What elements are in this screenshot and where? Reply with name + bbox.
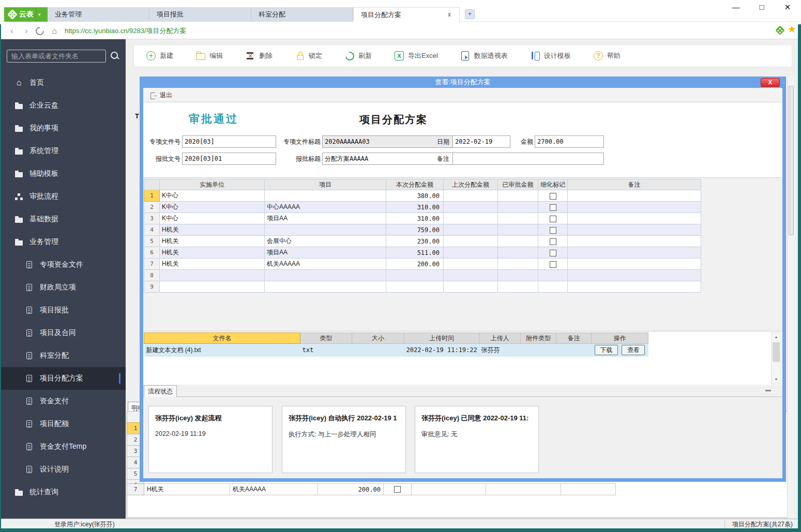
form-doc-icon — [25, 420, 34, 428]
sidebar-item-cloud-disk[interactable]: 企业云盘 — [1, 94, 126, 117]
table-row[interactable]: 4 H机关 759.00 — [144, 224, 701, 236]
checkbox[interactable] — [550, 193, 556, 200]
sidebar-item-fund-payment-temp[interactable]: 资金支付Temp — [1, 435, 126, 458]
refine-flag-cell — [538, 247, 568, 259]
attachment-scrollbar-thumb[interactable] — [773, 342, 780, 362]
form-doc-icon — [25, 261, 34, 268]
toolbar-button-design-template[interactable]: 设计模板 — [531, 51, 571, 60]
collapse-icon[interactable] — [765, 390, 771, 391]
page-scrollbar[interactable] — [787, 77, 795, 519]
approval-no-field[interactable] — [182, 153, 276, 165]
sidebar-item-approval-flow[interactable]: 审批流程 — [1, 185, 126, 208]
tab-project-approval[interactable]: 项目报批 — [149, 7, 251, 22]
toolbar-button-delete[interactable]: 删除 — [246, 51, 273, 60]
attachment-table: 文件名 类型 大小 上传时间 上传人 附件类型 备注 操作 新建文本文档 (4)… — [144, 332, 648, 357]
sidebar-item-special-fund-files[interactable]: 专项资金文件 — [1, 253, 126, 276]
view-button[interactable]: 查看 — [622, 345, 645, 355]
search-icon[interactable] — [110, 51, 120, 61]
special-file-no-field[interactable] — [182, 135, 276, 148]
attachment-row[interactable]: 新建文本文档 (4).txt txt 2022-02-19 11:19:22 张… — [144, 344, 648, 357]
checkbox[interactable] — [550, 204, 556, 211]
table-row[interactable]: 1 K中心 380.00 — [144, 190, 701, 202]
sidebar-item-home[interactable]: 首页 — [1, 71, 126, 94]
search-input[interactable] — [7, 50, 106, 63]
rownum-cell: 6 — [144, 247, 160, 259]
maximize-button[interactable]: □ — [755, 3, 768, 12]
flow-tabrow: 流程状态 — [143, 385, 782, 397]
sidebar-item-label: 审批流程 — [29, 192, 58, 201]
page-scrollbar-thumb[interactable] — [789, 86, 794, 235]
scroll-down-icon[interactable]: ▼ — [772, 375, 781, 384]
exit-button[interactable]: 退出 — [148, 90, 174, 101]
sidebar-item-dept-allocation[interactable]: 科室分配 — [1, 344, 126, 367]
form-doc-icon — [25, 466, 34, 473]
toolbar-button-help[interactable]: 帮助 — [594, 51, 621, 60]
app-logo[interactable]: 云表 ▾ — [4, 7, 48, 22]
attachment-section: 文件名 类型 大小 上传时间 上传人 附件类型 备注 操作 新建文本文档 (4)… — [143, 331, 782, 385]
sidebar-item-fund-payment[interactable]: 资金支付 — [1, 390, 126, 413]
favorite-star-icon[interactable] — [788, 23, 796, 35]
tab-dept-allocation[interactable]: 科室分配 — [251, 7, 353, 22]
amount-field[interactable] — [535, 135, 604, 148]
date-field[interactable] — [452, 135, 510, 148]
sidebar-item-label: 专项资金文件 — [40, 260, 83, 269]
checkbox[interactable] — [550, 227, 556, 234]
sidebar-item-project-allocation-plan[interactable]: 项目分配方案 — [1, 367, 126, 390]
sidebar-item-stats-query[interactable]: 统计查询 — [1, 481, 126, 504]
home-icon[interactable] — [49, 22, 60, 39]
toolbar-button-label: 设计模板 — [544, 51, 571, 60]
table-row[interactable]: 8 — [144, 270, 701, 281]
table-row[interactable]: 6 H机关 项目AA 511.00 — [144, 247, 701, 259]
table-row[interactable]: 5 H机关 会展中心 230.00 — [144, 236, 701, 247]
sidebar-item-my-items[interactable]: 我的事项 — [1, 117, 126, 140]
logo-dropdown-arrow-icon[interactable]: ▾ — [36, 7, 42, 22]
dialog-close-button[interactable]: X — [761, 78, 780, 87]
sidebar-item-biz-mgmt[interactable]: 业务管理 — [1, 231, 126, 253]
upload-time-cell: 2022-02-19 11:19:22 — [404, 344, 479, 357]
download-button[interactable]: 下载 — [595, 345, 618, 355]
checkbox[interactable] — [550, 238, 556, 245]
sidebar-item-aux-templates[interactable]: 辅助模板 — [1, 162, 126, 185]
toolbar-button-new[interactable]: 新建 — [146, 51, 173, 60]
checkbox[interactable] — [550, 250, 556, 256]
refine-flag-cell — [538, 259, 568, 270]
tab-project-allocation-plan-active[interactable]: 项目分配方案 x — [353, 7, 460, 22]
sidebar-item-system-mgmt[interactable]: 系统管理 — [1, 140, 126, 162]
yunbiao-badge-icon[interactable] — [775, 25, 784, 35]
tab-flow-status[interactable]: 流程状态 — [144, 385, 177, 397]
attachment-scrollbar[interactable]: ▲ ▼ — [771, 332, 781, 384]
reload-icon[interactable] — [34, 22, 46, 39]
checkbox[interactable] — [394, 486, 401, 493]
close-window-button[interactable]: ✕ — [781, 3, 794, 12]
back-icon[interactable] — [6, 22, 18, 39]
sidebar-item-project-approval[interactable]: 项目报批 — [1, 299, 126, 322]
tab-business-management[interactable]: 业务管理 — [48, 7, 149, 22]
toolbar-button-export-excel[interactable]: 导出Excel — [395, 51, 438, 60]
checkbox[interactable] — [550, 216, 556, 222]
toolbar-button-edit[interactable]: 编辑 — [196, 51, 223, 60]
sidebar-item-project-quota[interactable]: 项目配额 — [1, 413, 126, 435]
folder-icon — [14, 489, 23, 496]
toolbar-button-lock[interactable]: 锁定 — [295, 51, 322, 60]
sidebar-item-base-data[interactable]: 基础数据 — [1, 208, 126, 231]
tab-close-icon[interactable]: x — [446, 11, 453, 18]
forward-icon[interactable] — [21, 22, 32, 39]
new-tab-button[interactable]: + — [465, 9, 475, 19]
address-bar[interactable]: https://cc.iyunbiao.cn/9283/项目分配方案 — [65, 22, 187, 39]
minimize-button[interactable]: — — [730, 3, 742, 12]
amount-cell — [386, 270, 444, 281]
table-row[interactable]: 7 H机关 机关AAAAA 200.00 — [144, 259, 701, 270]
toolbar-button-refresh[interactable]: 刷新 — [345, 51, 372, 60]
window-frame-right — [798, 24, 801, 532]
table-row[interactable]: 3 K中心 项目AA 310.00 — [144, 213, 701, 224]
sidebar-item-project-contract[interactable]: 项目及合同 — [1, 322, 126, 344]
sidebar-item-finance-bureau-projects[interactable]: 财政局立项 — [1, 276, 126, 299]
sidebar-item-design-notes[interactable]: 设计说明 — [1, 458, 126, 481]
col-header-filename[interactable]: 文件名 — [144, 333, 300, 344]
table-row[interactable]: 2 K中心 中心AAAAA 310.00 — [144, 202, 701, 213]
remark-field[interactable] — [452, 153, 604, 165]
scroll-up-icon[interactable]: ▲ — [772, 333, 781, 341]
checkbox[interactable] — [550, 261, 556, 268]
table-row[interactable]: 9 — [144, 281, 701, 293]
toolbar-button-pivot-table[interactable]: 数据透视表 — [461, 51, 508, 60]
